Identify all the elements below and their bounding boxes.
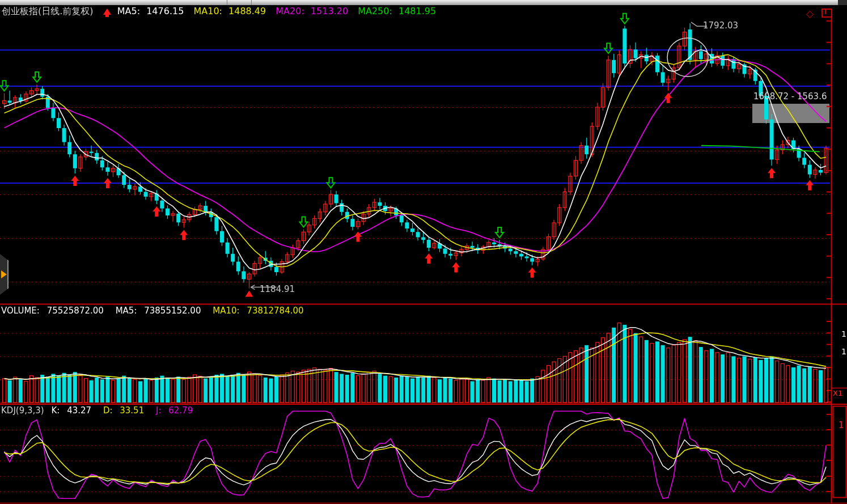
ma20-value: 1513.20 [311, 6, 348, 16]
low-price-annotation: 1184.91 [260, 284, 295, 294]
kdj-axis-label-clipped: 1 [838, 420, 844, 430]
kdj-j-label: J: [156, 405, 161, 416]
price-range-annotation: 1608.72 - 1563.6 [753, 91, 827, 101]
window-panes-icon[interactable] [821, 9, 832, 18]
volume-label: VOLUME: [1, 306, 40, 316]
ma250-value: 1481.95 [399, 6, 436, 16]
diamond-icon[interactable]: ◇ [806, 8, 814, 19]
kdj-header: KDJ(9,3,3) K: 43.27 D: 33.51 J: 62.79 [1, 405, 202, 416]
ma10-value: 1488.49 [228, 6, 266, 16]
volume-scale-x1-label: X1 [833, 389, 842, 397]
chart-window-controls: ◇ [806, 8, 832, 19]
chart-canvas[interactable] [0, 0, 847, 504]
indicator-header: 创业板指(日线.前复权) MA5: 1476.15 MA10: 1488.49 … [2, 6, 443, 18]
kdj-j-value: 62.79 [168, 405, 193, 416]
ma10-label: MA10: [193, 6, 222, 16]
price-up-arrow-icon [103, 9, 111, 15]
volume-ma5-value: 73855152.00 [144, 306, 201, 316]
volume-ma5-label: MA5: [116, 306, 137, 316]
ma20-label: MA20: [276, 6, 304, 16]
high-price-annotation: 1792.03 [703, 20, 738, 31]
stock-chart-app: 创业板指(日线.前复权) MA5: 1476.15 MA10: 1488.49 … [0, 0, 847, 504]
kdj-d-value: 33.51 [120, 405, 144, 416]
kdj-k-label: K: [51, 405, 60, 416]
volume-axis-label-clipped: 1 [841, 347, 846, 356]
ma5-label: MA5: [117, 6, 140, 16]
ma5-value: 1476.15 [146, 6, 184, 16]
volume-ma10-label: MA10: [213, 306, 239, 316]
kdj-title: KDJ(9,3,3) [1, 405, 44, 416]
volume-ma10-value: 73812784.00 [247, 306, 303, 316]
expand-arrow-icon [1, 270, 7, 278]
sidebar-expand-handle[interactable] [0, 254, 9, 295]
kdj-d-label: D: [103, 405, 113, 416]
symbol-title: 创业板指(日线.前复权) [2, 6, 94, 16]
volume-axis-label-clipped: 1 [841, 329, 846, 338]
kdj-k-value: 43.27 [67, 405, 91, 416]
ma250-label: MA250: [358, 6, 392, 16]
volume-header: VOLUME: 75525872.00 MA5: 73855152.00 MA1… [1, 306, 313, 316]
volume-value: 75525872.00 [47, 306, 104, 316]
